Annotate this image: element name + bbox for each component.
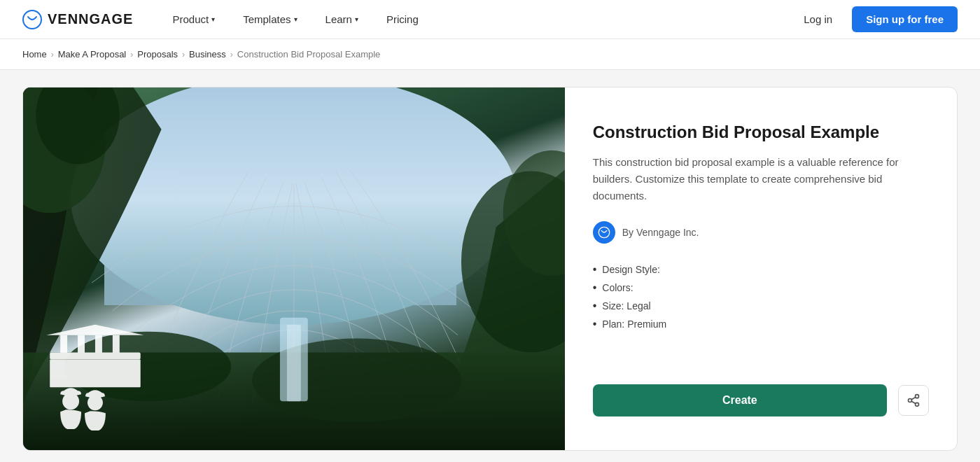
svg-rect-10 xyxy=(287,325,301,402)
template-description: This construction bid proposal example i… xyxy=(593,154,929,204)
template-card: Construction Bid Proposal Example This c… xyxy=(22,87,958,451)
dome-svg xyxy=(23,88,565,450)
login-button[interactable]: Log in xyxy=(792,8,844,31)
template-info: Construction Bid Proposal Example This c… xyxy=(565,88,957,450)
breadcrumb-sep-3: › xyxy=(182,50,185,59)
main-nav: Product ▾ Templates ▾ Learn ▾ Pricing xyxy=(161,8,792,31)
author-row: By Venngage Inc. xyxy=(593,221,929,244)
template-details: Design Style: Colors: Size: Legal Plan: … xyxy=(593,263,929,336)
chevron-down-icon: ▾ xyxy=(211,15,215,23)
chevron-down-icon: ▾ xyxy=(355,15,358,23)
chevron-down-icon: ▾ xyxy=(294,15,298,23)
svg-rect-14 xyxy=(95,335,102,356)
venngage-logo-icon xyxy=(22,10,42,29)
breadcrumb-sep-1: › xyxy=(51,50,54,59)
main-header: VENNGAGE Product ▾ Templates ▾ Learn ▾ P… xyxy=(0,0,980,39)
logo-link[interactable]: VENNGAGE xyxy=(22,10,133,29)
breadcrumb: Home › Make A Proposal › Proposals › Bus… xyxy=(0,39,980,70)
template-preview xyxy=(23,88,565,450)
breadcrumb-proposals[interactable]: Proposals xyxy=(137,49,178,59)
action-row: Create xyxy=(593,384,929,416)
breadcrumb-sep-4: › xyxy=(230,50,233,59)
svg-rect-12 xyxy=(60,335,67,356)
share-icon xyxy=(906,393,920,407)
detail-colors: Colors: xyxy=(593,281,929,294)
nav-learn[interactable]: Learn ▾ xyxy=(314,8,370,31)
template-title: Construction Bid Proposal Example xyxy=(593,121,929,143)
detail-design-style: Design Style: xyxy=(593,263,929,276)
share-button[interactable] xyxy=(898,385,929,416)
signup-button[interactable]: Sign up for free xyxy=(852,6,958,32)
svg-rect-15 xyxy=(113,335,120,356)
create-button[interactable]: Create xyxy=(593,384,887,416)
detail-size: Size: Legal xyxy=(593,300,929,312)
detail-plan: Plan: Premium xyxy=(593,318,929,330)
svg-line-25 xyxy=(911,397,916,399)
logo-text: VENNGAGE xyxy=(48,11,133,27)
breadcrumb-sep-2: › xyxy=(130,50,133,59)
author-name: By Venngage Inc. xyxy=(622,227,699,238)
author-avatar xyxy=(593,221,615,244)
nav-pricing[interactable]: Pricing xyxy=(375,8,430,31)
preview-image xyxy=(23,88,565,450)
nav-product[interactable]: Product ▾ xyxy=(161,8,226,31)
svg-rect-17 xyxy=(50,360,141,388)
main-content: Construction Bid Proposal Example This c… xyxy=(0,70,980,462)
breadcrumb-make-proposal[interactable]: Make A Proposal xyxy=(58,49,127,59)
nav-templates[interactable]: Templates ▾ xyxy=(232,8,308,31)
svg-rect-13 xyxy=(78,335,85,356)
svg-line-24 xyxy=(911,401,916,403)
breadcrumb-current: Construction Bid Proposal Example xyxy=(237,49,381,59)
header-actions: Log in Sign up for free xyxy=(792,6,958,32)
breadcrumb-business[interactable]: Business xyxy=(189,49,226,59)
breadcrumb-home[interactable]: Home xyxy=(22,49,47,59)
